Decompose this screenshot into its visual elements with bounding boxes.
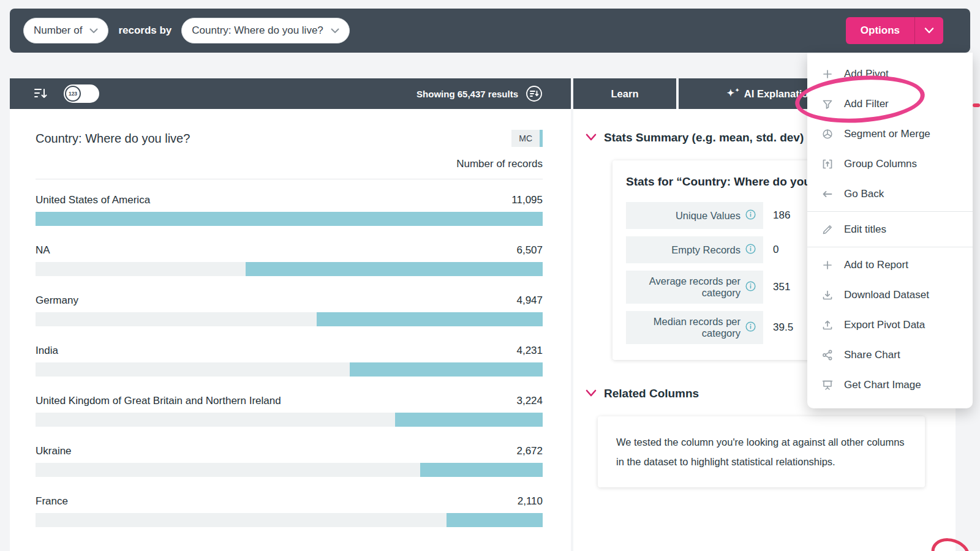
bar-row[interactable]: Germany 4,947 [36,294,543,326]
menu-item-label: Edit titles [844,223,886,236]
bar-category-label: NA [36,244,50,257]
stat-value: 0 [773,244,778,256]
bar-value-label: 4,231 [516,345,543,357]
bar-fill [317,312,543,326]
stat-label-text: Unique Values [676,210,741,222]
stat-label: Average records per category [626,271,763,304]
menu-item-go-back[interactable]: Go Back [807,179,973,209]
plus-icon [821,68,834,80]
bar-category-label: Ukraine [36,445,72,457]
chevron-down-icon [89,24,98,37]
menu-divider [807,211,973,212]
menu-item-label: Share Chart [844,349,900,361]
menu-item-add-to-report[interactable]: Add to Report [807,250,973,280]
menu-item-download-dataset[interactable]: Download Dataset [807,280,973,310]
options-dropdown-menu: Add Pivot Add Filter Segment or Merge Gr… [807,53,973,408]
menu-item-label: Export Pivot Data [844,319,925,331]
menu-item-label: Add Filter [844,98,889,110]
menu-item-edit-titles[interactable]: Edit titles [807,214,973,244]
stat-label: Unique Values [626,202,763,229]
export-icon [821,319,834,331]
funnel-icon [821,98,834,110]
menu-item-label: Add to Report [844,259,908,271]
chart-toolbar: 123 Showing 65,437 results [10,78,571,109]
bar-track [36,463,543,477]
bar-row[interactable]: NA 6,507 [36,244,543,276]
column-dropdown-value: Country: Where do you live? [192,24,323,37]
menu-item-add-pivot[interactable]: Add Pivot [807,59,973,89]
segments-icon [821,128,834,140]
info-icon[interactable] [745,209,756,222]
column-type-badge[interactable]: MC [511,130,543,147]
info-icon[interactable] [745,321,756,334]
related-columns-card: We tested the column you're looking at a… [598,416,925,487]
bar-track [36,513,543,527]
metric-dropdown-value: Number of [34,24,82,37]
annotation-edge-mark [973,103,980,107]
options-button[interactable]: Options [846,17,914,44]
plus-icon [821,259,834,271]
options-caret-button[interactable] [914,17,943,44]
bar-track [36,212,543,226]
menu-item-label: Download Dataset [844,289,929,301]
bar-value-label: 4,947 [516,294,543,307]
bar-category-label: France [36,495,68,508]
bar-row[interactable]: France 2,110 [36,495,543,527]
menu-item-label: Add Pivot [844,68,889,80]
stat-value: 186 [773,209,790,222]
info-icon[interactable] [745,281,756,294]
stat-label-text: Empty Records [671,244,741,256]
info-icon[interactable] [745,244,756,257]
menu-item-export-pivot-data[interactable]: Export Pivot Data [807,310,973,340]
metric-dropdown[interactable]: Number of [23,18,108,43]
bar-row[interactable]: United States of America 11,095 [36,194,543,226]
value-axis-label: Number of records [36,158,543,170]
bar-chart-panel: Country: Where do you live? MC Number of… [10,109,571,551]
column-dropdown[interactable]: Country: Where do you live? [181,18,350,43]
group-columns-icon [821,158,834,170]
menu-item-label: Group Columns [844,158,917,170]
bar-row[interactable]: United Kingdom of Great Britain and Nort… [36,395,543,427]
bar-fill [395,413,543,427]
menu-item-segment-or-merge[interactable]: Segment or Merge [807,119,973,149]
bar-category-label: India [36,345,58,357]
arrow-left-icon [821,188,834,200]
stat-value: 351 [773,281,790,293]
options-button-group: Options [846,17,943,44]
menu-divider [807,247,973,247]
bar-value-label: 2,672 [516,445,543,457]
sort-results-icon[interactable] [526,85,543,102]
download-icon [821,289,834,301]
bar-track [36,262,543,276]
share-icon [821,349,834,361]
sort-icon[interactable] [34,88,48,99]
bar-track [36,312,543,326]
related-columns-body: We tested the column you're looking at a… [616,437,905,467]
pencil-icon [821,223,834,236]
numeric-format-toggle[interactable]: 123 [64,84,99,103]
bar-fill [36,212,543,226]
stat-label-text: Median records per category [635,316,741,339]
numeric-toggle-label: 123 [65,86,81,102]
tab-learn-label: Learn [611,88,639,100]
bar-fill [447,513,543,527]
results-count-text: Showing 65,437 results [417,89,518,99]
stats-summary-title: Stats Summary (e.g. mean, std. dev) [604,131,804,144]
tab-learn[interactable]: Learn [573,78,676,109]
stat-label: Empty Records [626,236,763,263]
menu-item-add-filter[interactable]: Add Filter [807,89,973,119]
bar-row[interactable]: India 4,231 [36,345,543,377]
divider [36,179,543,179]
menu-item-label: Segment or Merge [844,128,930,140]
chevron-expanded-icon [586,388,597,399]
chart-title: Country: Where do you live? [36,132,190,146]
chart-image-icon [821,379,834,391]
bar-category-label: United Kingdom of Great Britain and Nort… [36,395,281,407]
menu-item-share-chart[interactable]: Share Chart [807,340,973,370]
bar-value-label: 2,110 [518,495,543,508]
bar-row[interactable]: Ukraine 2,672 [36,445,543,477]
chevron-down-icon [924,25,934,36]
menu-item-get-chart-image[interactable]: Get Chart Image [807,370,973,400]
menu-item-group-columns[interactable]: Group Columns [807,149,973,179]
bar-value-label: 3,224 [516,395,543,407]
